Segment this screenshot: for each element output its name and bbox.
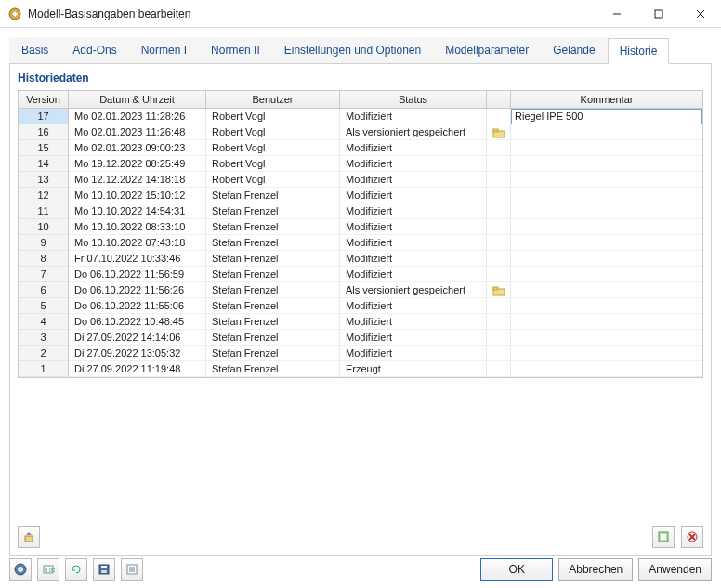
cell-user[interactable]: Stefan Frenzel [206, 219, 340, 235]
cell-date[interactable]: Do 06.10.2022 11:56:26 [69, 282, 206, 298]
table-row[interactable]: 11Mo 10.10.2022 14:54:31Stefan FrenzelMo… [19, 203, 702, 219]
cell-date[interactable]: Do 06.10.2022 11:55:06 [69, 298, 206, 314]
cell-status[interactable]: Modifiziert [340, 251, 487, 267]
cell-status[interactable]: Als versioniert gespeichert [340, 282, 487, 298]
cell-comment[interactable] [511, 140, 702, 156]
cell-version[interactable]: 3 [19, 330, 69, 346]
table-row[interactable]: 9Mo 10.10.2022 07:43:18Stefan FrenzelMod… [19, 235, 702, 251]
cell-comment[interactable] [511, 188, 702, 203]
cell-status[interactable]: Modifiziert [340, 330, 487, 346]
cell-status[interactable]: Modifiziert [340, 298, 487, 314]
cell-date[interactable]: Di 27.09.2022 14:14:06 [69, 330, 206, 346]
minimize-button[interactable] [596, 0, 637, 28]
tab-add-ons[interactable]: Add-Ons [60, 37, 128, 63]
tab-basis[interactable]: Basis [9, 37, 60, 63]
cell-status[interactable]: Modifiziert [340, 156, 487, 172]
cell-user[interactable]: Stefan Frenzel [206, 251, 340, 267]
cell-status[interactable]: Modifiziert [340, 203, 487, 219]
tab-historie[interactable]: Historie [608, 38, 670, 64]
cell-version[interactable]: 17 [19, 109, 69, 124]
cell-status[interactable]: Modifiziert [340, 172, 487, 188]
cell-version[interactable]: 11 [19, 203, 69, 219]
cell-date[interactable]: Do 06.10.2022 10:48:45 [69, 314, 206, 330]
cell-date[interactable]: Do 06.10.2022 11:56:59 [69, 267, 206, 282]
cell-comment[interactable] [511, 361, 702, 377]
cell-version[interactable]: 9 [19, 235, 69, 251]
table-row[interactable]: 2Di 27.09.2022 13:05:32Stefan FrenzelMod… [19, 346, 702, 361]
help-button[interactable] [9, 558, 32, 581]
cell-version[interactable]: 15 [19, 140, 69, 156]
cell-comment[interactable] [511, 172, 702, 188]
cell-version[interactable]: 14 [19, 156, 69, 172]
cell-user[interactable]: Robert Vogl [206, 109, 340, 124]
table-row[interactable]: 13Mo 12.12.2022 14:18:18Robert VoglModif… [19, 172, 702, 188]
cell-user[interactable]: Stefan Frenzel [206, 235, 340, 251]
cell-date[interactable]: Mo 02.01.2023 11:26:48 [69, 124, 206, 140]
cell-comment[interactable] [511, 314, 702, 330]
table-row[interactable]: 8Fr 07.10.2022 10:33:46Stefan FrenzelMod… [19, 251, 702, 267]
table-row[interactable]: 5Do 06.10.2022 11:55:06Stefan FrenzelMod… [19, 298, 702, 314]
cell-date[interactable]: Mo 02.01.2023 09:00:23 [69, 140, 206, 156]
cell-date[interactable]: Mo 19.12.2022 08:25:49 [69, 156, 206, 172]
table-row[interactable]: 7Do 06.10.2022 11:56:59Stefan FrenzelMod… [19, 267, 702, 282]
cell-status[interactable]: Modifiziert [340, 346, 487, 361]
table-row[interactable]: 17Mo 02.01.2023 11:28:26Robert VoglModif… [19, 109, 702, 124]
cell-version[interactable]: 8 [19, 251, 69, 267]
cell-user[interactable]: Stefan Frenzel [206, 188, 340, 203]
cell-version[interactable]: 5 [19, 298, 69, 314]
cell-status[interactable]: Modifiziert [340, 109, 487, 124]
close-button[interactable] [679, 0, 721, 28]
cell-comment[interactable] [511, 330, 702, 346]
cell-date[interactable]: Mo 10.10.2022 07:43:18 [69, 235, 206, 251]
cell-comment[interactable] [511, 251, 702, 267]
col-header-user[interactable]: Benutzer [206, 91, 340, 108]
table-row[interactable]: 14Mo 19.12.2022 08:25:49Robert VoglModif… [19, 156, 702, 172]
cell-user[interactable]: Stefan Frenzel [206, 361, 340, 377]
table-row[interactable]: 12Mo 10.10.2022 15:10:12Stefan FrenzelMo… [19, 188, 702, 203]
cell-comment[interactable] [511, 282, 702, 298]
cell-date[interactable]: Di 27.09.2022 13:05:32 [69, 346, 206, 361]
cell-date[interactable]: Mo 10.10.2022 08:33:10 [69, 219, 206, 235]
col-header-icon[interactable] [487, 91, 511, 108]
cell-comment[interactable]: Riegel IPE 500 [511, 109, 702, 124]
cell-comment[interactable] [511, 124, 702, 140]
settings-list-button[interactable] [121, 558, 143, 581]
cell-version[interactable]: 7 [19, 267, 69, 282]
cell-comment[interactable] [511, 235, 702, 251]
cell-user[interactable]: Robert Vogl [206, 156, 340, 172]
table-row[interactable]: 10Mo 10.10.2022 08:33:10Stefan FrenzelMo… [19, 219, 702, 235]
delete-button[interactable] [681, 526, 703, 548]
cell-date[interactable]: Mo 10.10.2022 14:54:31 [69, 203, 206, 219]
cell-user[interactable]: Stefan Frenzel [206, 314, 340, 330]
save-settings-button[interactable] [93, 558, 115, 581]
tab-normen-i[interactable]: Normen I [129, 37, 199, 63]
ok-button[interactable]: OK [480, 558, 553, 581]
cell-version[interactable]: 12 [19, 188, 69, 203]
cell-user[interactable]: Stefan Frenzel [206, 346, 340, 361]
cell-date[interactable]: Mo 10.10.2022 15:10:12 [69, 188, 206, 203]
cell-save-icon[interactable] [487, 124, 511, 140]
cell-comment[interactable] [511, 156, 702, 172]
refresh-button[interactable] [65, 558, 87, 581]
cell-status[interactable]: Modifiziert [340, 219, 487, 235]
cell-date[interactable]: Di 27.09.2022 11:19:48 [69, 361, 206, 377]
cell-user[interactable]: Robert Vogl [206, 172, 340, 188]
cell-status[interactable]: Als versioniert gespeichert [340, 124, 487, 140]
cell-user[interactable]: Stefan Frenzel [206, 298, 340, 314]
col-header-date[interactable]: Datum & Uhrzeit [69, 91, 206, 108]
cell-save-icon[interactable] [487, 282, 511, 298]
history-grid[interactable]: Version Datum & Uhrzeit Benutzer Status … [18, 90, 703, 378]
cancel-button[interactable]: Abbrechen [558, 558, 633, 581]
col-header-status[interactable]: Status [340, 91, 487, 108]
cell-status[interactable]: Erzeugt [340, 361, 487, 377]
table-row[interactable]: 15Mo 02.01.2023 09:00:23Robert VoglModif… [19, 140, 702, 156]
export-button[interactable] [652, 526, 675, 548]
cell-user[interactable]: Robert Vogl [206, 140, 340, 156]
cell-status[interactable]: Modifiziert [340, 188, 487, 203]
col-header-comment[interactable]: Kommentar [511, 91, 702, 108]
cell-version[interactable]: 13 [19, 172, 69, 188]
cell-status[interactable]: Modifiziert [340, 235, 487, 251]
col-header-version[interactable]: Version [19, 91, 69, 108]
tab-einstellungen-und-optionen[interactable]: Einstellungen und Optionen [272, 37, 433, 63]
cell-date[interactable]: Mo 02.01.2023 11:28:26 [69, 109, 206, 124]
